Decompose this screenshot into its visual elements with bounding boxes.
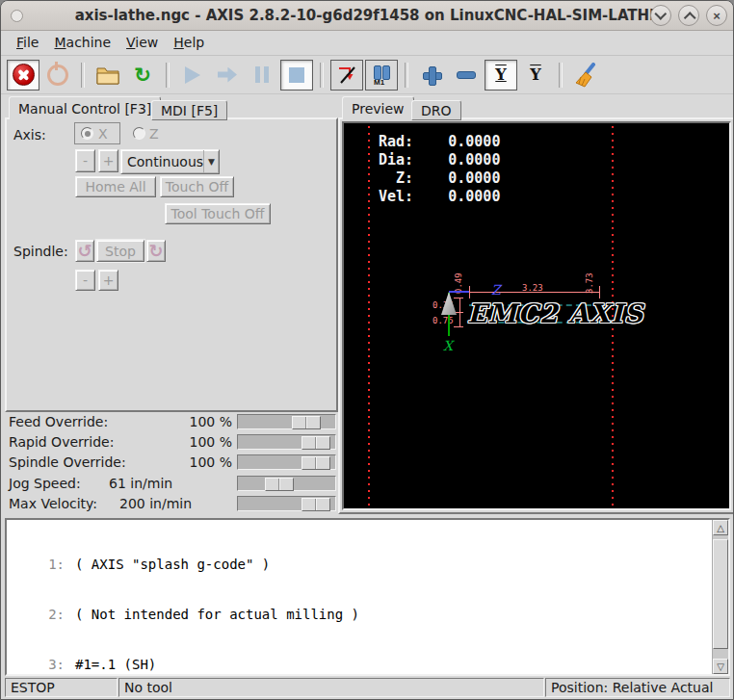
spindle-stop-button[interactable]: Stop: [96, 240, 144, 262]
tab-dro[interactable]: DRO: [411, 100, 461, 120]
slider-handle[interactable]: [301, 498, 330, 511]
chevron-down-icon: ▼: [203, 150, 219, 173]
slider-handle[interactable]: [301, 456, 330, 470]
skip-lines-icon: [335, 64, 358, 87]
open-file-button[interactable]: [92, 60, 124, 91]
dimension-label-width: 3.23: [522, 284, 543, 293]
menu-machine[interactable]: Machine: [46, 33, 118, 53]
scroll-down-button[interactable]: ▽: [713, 659, 728, 674]
axis-x-radio[interactable]: [81, 127, 93, 140]
machine-power-button[interactable]: [41, 60, 74, 91]
view-y-button[interactable]: Y: [485, 60, 517, 91]
scrollbar-thumb[interactable]: [713, 539, 728, 649]
spindle-cw-icon: ↻: [148, 243, 163, 260]
slider-handle[interactable]: [292, 416, 321, 429]
axis-z-radio[interactable]: [133, 127, 145, 140]
toolbar-separator: [166, 63, 170, 88]
jog-speed-value: 61 in/min: [109, 476, 172, 491]
slider-handle[interactable]: [301, 436, 330, 450]
minimize-button[interactable]: [650, 5, 671, 26]
open-folder-icon: [95, 65, 120, 86]
play-icon: [185, 66, 200, 84]
clear-plot-button[interactable]: [569, 60, 602, 91]
jog-minus-button[interactable]: -: [75, 149, 95, 172]
status-position-mode: Position: Relative Actual: [545, 678, 730, 697]
axis-label: Axis:: [13, 127, 46, 143]
reload-file-button[interactable]: ↻: [126, 60, 159, 91]
menubar: File Machine View Help: [1, 31, 733, 56]
window-title: axis-lathe.ngc - AXIS 2.8.2-10-g6d29f145…: [1, 7, 733, 24]
touch-off-button[interactable]: Touch Off: [160, 176, 234, 197]
tab-preview[interactable]: Preview: [342, 96, 414, 119]
maximize-icon: [683, 12, 695, 24]
menu-help[interactable]: Help: [166, 33, 212, 53]
toolbar: ↻ M1 Y Y: [1, 56, 733, 94]
gcode-scrollbar[interactable]: △ ▽: [712, 520, 728, 674]
spindle-ccw-button[interactable]: ↺: [75, 240, 94, 262]
status-machine-state: ESTOP: [5, 678, 118, 697]
estop-icon: [13, 64, 35, 86]
gcode-line: 3:#1=.1 (SH): [7, 657, 711, 673]
toolbar-separator: [320, 63, 324, 88]
run-button[interactable]: [176, 60, 209, 91]
status-tool: No tool: [118, 678, 544, 697]
gcode-view[interactable]: 1:( AXIS "splash g-code" ) 2:( Not inten…: [5, 518, 730, 676]
tab-manual-control[interactable]: Manual Control [F3]: [9, 96, 161, 119]
rapid-override-slider[interactable]: [237, 434, 336, 450]
z-axis-line: [449, 291, 469, 293]
menu-view[interactable]: View: [118, 33, 166, 53]
preview-canvas[interactable]: Rad: 0.0000Dia: 0.0000 Z: 0.0000Vel: 0.0…: [342, 121, 731, 510]
spindle-cw-button[interactable]: ↻: [146, 240, 166, 262]
m1-pause-icon: M1: [371, 65, 392, 85]
view-y2-icon: Y: [530, 67, 540, 83]
spindle-plus-button[interactable]: +: [98, 270, 118, 291]
max-velocity-slider[interactable]: [237, 496, 336, 511]
close-button[interactable]: ×: [706, 5, 727, 26]
toolbar-separator: [559, 63, 563, 88]
estop-button[interactable]: [7, 60, 39, 91]
jog-mode-value: Continuous: [121, 154, 203, 169]
jog-speed-slider[interactable]: [237, 476, 336, 491]
spindle-ccw-icon: ↺: [77, 243, 92, 260]
close-icon: ×: [713, 10, 721, 22]
spindle-label: Spindle:: [13, 244, 68, 259]
pause-button[interactable]: [246, 60, 278, 91]
jog-plus-button[interactable]: +: [98, 149, 118, 172]
stop-button[interactable]: [280, 60, 313, 91]
slider-handle[interactable]: [265, 478, 294, 491]
dimension-tick: [454, 326, 463, 327]
max-velocity-label: Max Velocity:: [9, 496, 97, 511]
step-arrow-icon: [218, 67, 237, 83]
view-y2-button[interactable]: Y: [519, 60, 552, 91]
z-axis-label: Z: [491, 283, 501, 297]
max-velocity-value: 200 in/min: [119, 496, 192, 511]
zoom-out-button[interactable]: [450, 60, 483, 91]
scroll-up-button[interactable]: △: [713, 520, 728, 535]
preview-panel: Rad: 0.0000Dia: 0.0000 Z: 0.0000Vel: 0.0…: [338, 117, 734, 514]
rapid-override-label: Rapid Override:: [9, 434, 114, 450]
maximize-button[interactable]: [678, 5, 699, 26]
rapid-override-value: 100 %: [165, 434, 232, 450]
home-all-button[interactable]: Home All: [75, 176, 156, 197]
dimension-label-total: 3.73: [586, 272, 594, 294]
zoom-in-button[interactable]: [415, 60, 448, 91]
app-window: axis-lathe.ngc - AXIS 2.8.2-10-g6d29f145…: [0, 0, 734, 700]
dimension-label-left-lower: 0.75: [433, 317, 454, 325]
feed-override-label: Feed Override:: [9, 414, 108, 429]
tool-touch-off-button[interactable]: Tool Touch Off: [165, 203, 271, 224]
spindle-override-slider[interactable]: [237, 454, 336, 470]
jog-speed-label: Jog Speed:: [9, 476, 81, 491]
spindle-minus-button[interactable]: -: [75, 270, 95, 291]
dimension-tick: [454, 298, 463, 298]
menu-file[interactable]: File: [9, 33, 46, 53]
dimension-tick: [599, 286, 600, 298]
jog-mode-select[interactable]: Continuous ▼: [120, 149, 220, 174]
spindle-override-value: 100 %: [165, 454, 232, 470]
triangle-up-icon: △: [717, 523, 724, 533]
skip-optional-lines-button[interactable]: [330, 60, 363, 91]
feed-override-slider[interactable]: [237, 414, 336, 429]
gcode-line: 2:( Not intended for actual milling ): [7, 607, 711, 623]
tab-mdi[interactable]: MDI [F5]: [151, 100, 227, 120]
step-button[interactable]: [211, 60, 244, 91]
optional-pause-button[interactable]: M1: [365, 60, 398, 91]
